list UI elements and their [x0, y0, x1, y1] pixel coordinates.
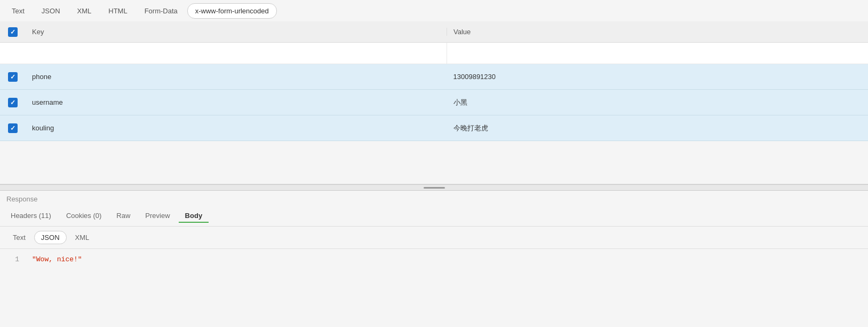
tab-xml[interactable]: XML: [70, 4, 99, 18]
column-value-header: Value: [447, 28, 868, 36]
tab-headers[interactable]: Headers (11): [4, 208, 58, 223]
tab-html[interactable]: HTML: [101, 4, 134, 18]
request-body-section: Text JSON XML HTML Form-Data x-www-form-…: [0, 0, 868, 184]
table-row: username 小黑: [0, 90, 868, 115]
response-section: Response Headers (11) Cookies (0) Raw Pr…: [0, 191, 868, 270]
table-row: kouling 今晚打老虎: [0, 115, 868, 141]
resize-handle[interactable]: [0, 184, 868, 191]
tab-x-www-form-urlencoded[interactable]: x-www-form-urlencoded: [187, 3, 277, 19]
new-key-input[interactable]: [26, 43, 447, 64]
tab-form-data[interactable]: Form-Data: [137, 4, 185, 18]
row-username-value: 小黑: [447, 98, 869, 107]
table-header: Key Value: [0, 21, 868, 43]
new-entry-row: [0, 43, 868, 64]
row-phone-checkbox[interactable]: [8, 72, 18, 82]
tab-raw[interactable]: Raw: [110, 208, 137, 223]
code-line-1: 1 "Wow, nice!": [9, 255, 859, 263]
response-sub-tab-bar: Text JSON XML: [0, 227, 868, 248]
sub-tab-json[interactable]: JSON: [34, 231, 67, 244]
row-username-checkbox[interactable]: [8, 98, 18, 107]
line-number-1: 1: [9, 255, 19, 263]
tab-preview[interactable]: Preview: [139, 208, 176, 223]
tab-cookies[interactable]: Cookies (0): [60, 208, 108, 223]
empty-filler: [0, 141, 868, 184]
sub-tab-text[interactable]: Text: [6, 231, 32, 244]
select-all-checkbox[interactable]: [8, 27, 18, 37]
row-kouling-checkbox-cell: [0, 123, 26, 133]
row-username-key: username: [26, 98, 447, 106]
response-tab-bar: Headers (11) Cookies (0) Raw Preview Bod…: [0, 205, 868, 227]
new-value-input[interactable]: [447, 43, 868, 64]
tab-json[interactable]: JSON: [34, 4, 68, 18]
row-kouling-value: 今晚打老虎: [447, 123, 869, 133]
row-kouling-key: kouling: [26, 124, 447, 132]
row-phone-checkbox-cell: [0, 72, 26, 82]
table-row: phone 13009891230: [0, 64, 868, 90]
code-content-1: "Wow, nice!": [32, 255, 82, 263]
row-username-checkbox-cell: [0, 98, 26, 107]
response-label: Response: [0, 191, 868, 205]
row-phone-key: phone: [26, 73, 447, 81]
sub-tab-xml[interactable]: XML: [69, 231, 96, 244]
response-code-area: 1 "Wow, nice!": [0, 249, 868, 270]
request-tab-bar: Text JSON XML HTML Form-Data x-www-form-…: [0, 0, 868, 21]
column-key-header: Key: [26, 28, 447, 36]
row-kouling-checkbox[interactable]: [8, 123, 18, 133]
tab-body[interactable]: Body: [179, 208, 209, 223]
header-checkbox-cell: [0, 27, 26, 37]
tab-text[interactable]: Text: [4, 4, 32, 18]
drag-handle-bar: [424, 187, 445, 189]
row-phone-value: 13009891230: [447, 73, 869, 81]
